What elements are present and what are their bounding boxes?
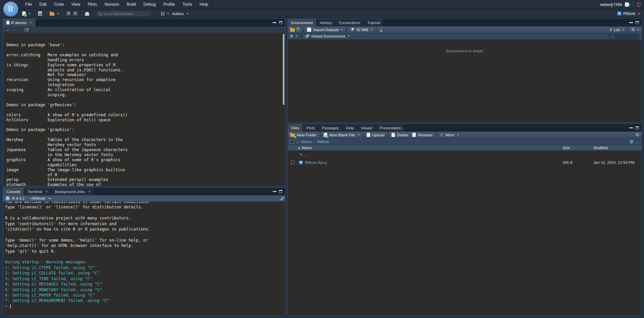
scope-label[interactable]: Global Environment bbox=[311, 34, 345, 38]
source-scrollbar[interactable] bbox=[283, 34, 284, 105]
import-dataset-label[interactable]: Import Dataset bbox=[313, 28, 338, 32]
ellipsis-button[interactable]: … bbox=[636, 140, 640, 144]
new-r-project-icon[interactable] bbox=[38, 11, 42, 16]
menu-profile[interactable]: Profile bbox=[159, 0, 178, 9]
select-all-checkbox[interactable] bbox=[290, 140, 294, 143]
tab-connections[interactable]: Connections bbox=[335, 19, 364, 26]
file-name-link[interactable]: RWork.Rproj bbox=[305, 161, 327, 165]
sort-by-modified[interactable]: Modified bbox=[591, 145, 642, 150]
maximize-pane-icon[interactable] bbox=[636, 21, 639, 24]
minimize-pane-icon[interactable] bbox=[629, 22, 633, 23]
language-label[interactable]: R bbox=[290, 34, 293, 38]
project-selector[interactable]: R RWork bbox=[617, 11, 640, 16]
maximize-pane-icon[interactable] bbox=[279, 190, 282, 193]
goto-file-search[interactable]: Go to file/function bbox=[95, 10, 152, 17]
close-icon[interactable]: × bbox=[88, 190, 91, 193]
breadcrumb-home[interactable]: Home bbox=[301, 140, 312, 144]
tab-background-jobs[interactable]: Background Jobs× bbox=[52, 188, 94, 195]
addins-caret[interactable] bbox=[186, 13, 189, 14]
memory-usage-label[interactable]: 92 MiB bbox=[356, 28, 368, 32]
open-new-window-icon[interactable] bbox=[25, 28, 29, 31]
menu-code[interactable]: Code bbox=[50, 0, 68, 9]
refresh-caret[interactable] bbox=[637, 29, 639, 30]
more-label[interactable]: More bbox=[445, 133, 454, 137]
memory-usage-icon[interactable] bbox=[350, 27, 354, 32]
source-editor[interactable]: Demos in package 'base': error.catching … bbox=[3, 33, 285, 186]
tab-viewer[interactable]: Viewer bbox=[358, 124, 376, 132]
delete-label[interactable]: Delete bbox=[397, 133, 408, 137]
parent-directory-link[interactable]: .. bbox=[305, 153, 307, 157]
new-file-icon[interactable] bbox=[22, 11, 26, 16]
menu-edit[interactable]: Edit bbox=[36, 0, 50, 9]
tab-terminal[interactable]: Terminal× bbox=[24, 188, 51, 195]
menu-session[interactable]: Session bbox=[101, 0, 123, 9]
table-row[interactable]: RRWork.Rproj205 BJan 16, 2024, 12:59 PM bbox=[288, 158, 642, 166]
rename-icon[interactable] bbox=[412, 133, 416, 137]
delete-icon[interactable] bbox=[391, 133, 395, 137]
save-icon[interactable] bbox=[67, 12, 70, 15]
shield-icon[interactable] bbox=[630, 140, 633, 144]
memory-usage-caret[interactable] bbox=[371, 29, 373, 30]
tab-packages[interactable]: Packages bbox=[319, 124, 343, 132]
sort-by-name[interactable]: Name bbox=[297, 146, 560, 150]
import-dataset-icon[interactable] bbox=[307, 27, 311, 32]
menu-build[interactable]: Build bbox=[123, 0, 140, 9]
tab-help[interactable]: Help bbox=[342, 124, 358, 132]
list-view-label[interactable]: List bbox=[614, 28, 620, 32]
back-icon[interactable]: ← bbox=[6, 27, 10, 33]
tab-tutorial[interactable]: Tutorial bbox=[364, 19, 384, 26]
rename-label[interactable]: Rename bbox=[418, 133, 432, 137]
open-file-caret[interactable] bbox=[57, 13, 59, 14]
clear-workspace-icon[interactable] bbox=[380, 27, 384, 32]
file-checkbox[interactable] bbox=[291, 161, 294, 164]
scope-caret[interactable] bbox=[348, 36, 350, 37]
close-icon[interactable]: × bbox=[30, 21, 32, 24]
new-folder-icon[interactable] bbox=[290, 134, 295, 137]
upload-icon[interactable] bbox=[367, 133, 370, 137]
upload-label[interactable]: Upload bbox=[372, 133, 384, 137]
maximize-pane-icon[interactable] bbox=[279, 21, 282, 24]
tab-files[interactable]: Files bbox=[288, 124, 303, 132]
new-blank-file-label[interactable]: New Blank File bbox=[329, 133, 355, 137]
list-view-caret[interactable] bbox=[622, 29, 624, 30]
environment-search[interactable] bbox=[608, 34, 639, 39]
save-workspace-icon[interactable] bbox=[296, 28, 300, 31]
more-gear-icon[interactable]: ⚙ bbox=[440, 133, 444, 137]
console-prompt[interactable]: > bbox=[5, 304, 285, 309]
menu-plots[interactable]: Plots bbox=[84, 0, 101, 9]
menu-help[interactable]: Help bbox=[196, 0, 212, 9]
minimize-pane-icon[interactable] bbox=[273, 191, 276, 192]
menu-debug[interactable]: Debug bbox=[140, 0, 160, 9]
addins-grid-caret[interactable] bbox=[167, 13, 169, 14]
list-view-icon[interactable]: ≡ bbox=[609, 27, 612, 32]
tab-history[interactable]: History bbox=[317, 19, 336, 26]
language-caret[interactable] bbox=[296, 36, 298, 37]
import-dataset-caret[interactable] bbox=[341, 29, 343, 30]
forward-icon[interactable]: → bbox=[12, 27, 16, 33]
breadcrumb-rwork[interactable]: RWork bbox=[317, 140, 329, 144]
new-blank-file-caret[interactable] bbox=[358, 134, 360, 136]
tab-presentation[interactable]: Presentation bbox=[376, 124, 405, 132]
maximize-pane-icon[interactable] bbox=[636, 126, 639, 129]
refresh-files-icon[interactable]: ↻ bbox=[636, 133, 639, 137]
addins-label[interactable]: Addins bbox=[172, 12, 184, 16]
clear-console-icon[interactable] bbox=[280, 196, 284, 200]
power-quit-icon[interactable] bbox=[637, 3, 641, 7]
menu-view[interactable]: View bbox=[68, 0, 84, 9]
tab-console[interactable]: Console bbox=[3, 188, 24, 195]
load-workspace-icon[interactable] bbox=[290, 28, 295, 32]
save-all-icon[interactable] bbox=[73, 12, 77, 15]
tab-r-demos[interactable]: R demos × bbox=[3, 19, 36, 26]
more-caret[interactable] bbox=[457, 134, 459, 136]
print-icon[interactable] bbox=[85, 13, 89, 16]
menu-tools[interactable]: Tools bbox=[179, 0, 196, 9]
sign-out-icon[interactable] bbox=[625, 2, 629, 7]
tab-plots[interactable]: Plots bbox=[303, 124, 319, 132]
new-file-caret[interactable] bbox=[29, 13, 31, 14]
addins-grid-icon[interactable] bbox=[161, 12, 164, 15]
close-icon[interactable]: × bbox=[46, 190, 48, 193]
tab-environment[interactable]: Environment bbox=[288, 19, 317, 26]
refresh-icon[interactable]: ↻ bbox=[631, 27, 635, 32]
new-blank-file-icon[interactable] bbox=[324, 133, 327, 137]
minimize-pane-icon[interactable] bbox=[629, 127, 633, 128]
